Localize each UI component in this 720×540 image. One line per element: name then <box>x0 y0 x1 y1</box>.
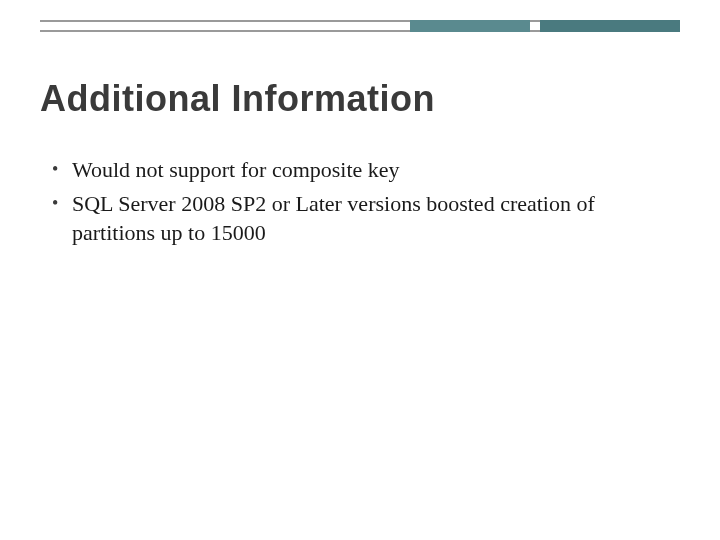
top-decoration <box>0 0 720 48</box>
bullet-dot-icon: • <box>52 155 72 181</box>
bullet-item: • SQL Server 2008 SP2 or Later versions … <box>52 189 670 248</box>
bullet-text: SQL Server 2008 SP2 or Later versions bo… <box>72 189 670 248</box>
bullet-item: • Would not support for composite key <box>52 155 670 185</box>
bullet-dot-icon: • <box>52 189 72 215</box>
slide-content: • Would not support for composite key • … <box>52 155 670 252</box>
accent-block <box>410 20 530 32</box>
slide-title: Additional Information <box>40 78 435 120</box>
bullet-text: Would not support for composite key <box>72 155 670 185</box>
accent-block <box>540 20 680 32</box>
